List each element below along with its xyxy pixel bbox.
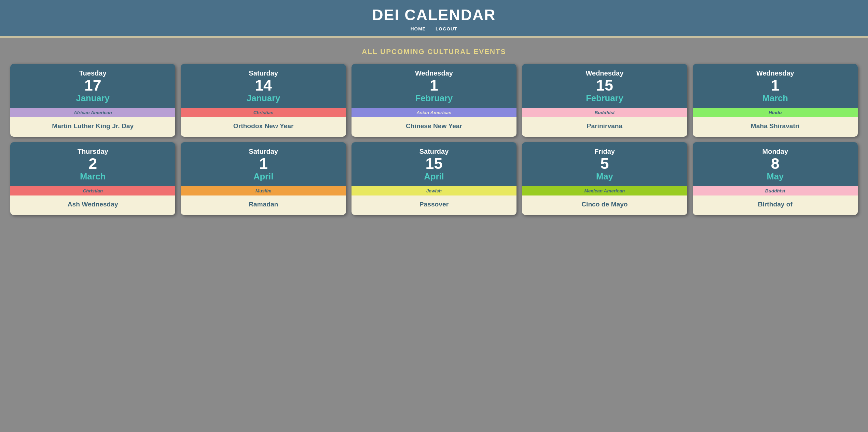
card-category: Hindu <box>693 108 858 117</box>
header-nav: HOME LOGOUT <box>0 26 868 32</box>
card-day-num: 1 <box>697 77 854 93</box>
card-top: Saturday 14 January <box>181 64 346 108</box>
card-day-num: 15 <box>356 156 512 172</box>
card-category: Mexican American <box>522 186 687 195</box>
card-top: Saturday 15 April <box>352 142 516 186</box>
card-month: May <box>526 172 683 181</box>
card-event-name: Passover <box>356 200 512 209</box>
card-category: Asian American <box>352 108 516 117</box>
event-card[interactable]: Friday 5 May Mexican American Cinco de M… <box>522 142 687 215</box>
card-top: Wednesday 1 March <box>693 64 858 108</box>
card-top: Tuesday 17 January <box>10 64 175 108</box>
card-bottom: Cinco de Mayo <box>522 195 687 215</box>
event-card[interactable]: Wednesday 1 March Hindu Maha Shiravatri <box>693 64 858 137</box>
card-day-name: Thursday <box>14 148 171 156</box>
card-day-name: Wednesday <box>526 69 683 77</box>
card-month: January <box>14 93 171 103</box>
card-day-num: 8 <box>697 156 854 172</box>
card-event-name: Orthodox New Year <box>185 122 342 131</box>
card-bottom: Chinese New Year <box>352 117 516 137</box>
card-day-num: 17 <box>14 77 171 93</box>
card-month: January <box>185 93 342 103</box>
card-event-name: Martin Luther King Jr. Day <box>14 122 171 131</box>
card-day-num: 1 <box>185 156 342 172</box>
card-day-name: Friday <box>526 148 683 156</box>
card-day-name: Tuesday <box>14 69 171 77</box>
card-month: February <box>356 93 512 103</box>
nav-home[interactable]: HOME <box>411 26 426 31</box>
event-card[interactable]: Tuesday 17 January African American Mart… <box>10 64 175 137</box>
card-event-name: Ramadan <box>185 200 342 209</box>
card-bottom: Martin Luther King Jr. Day <box>10 117 175 137</box>
card-event-name: Cinco de Mayo <box>526 200 683 209</box>
card-top: Wednesday 1 February <box>352 64 516 108</box>
event-card[interactable]: Wednesday 15 February Buddhist Parinirva… <box>522 64 687 137</box>
card-bottom: Ash Wednesday <box>10 195 175 215</box>
card-event-name: Maha Shiravatri <box>697 122 854 131</box>
nav-logout[interactable]: LOGOUT <box>436 26 457 31</box>
site-title: DEI CALENDAR <box>0 6 868 24</box>
card-top: Thursday 2 March <box>10 142 175 186</box>
card-day-name: Wednesday <box>356 69 512 77</box>
card-day-name: Saturday <box>185 148 342 156</box>
card-month: May <box>697 172 854 181</box>
card-month: February <box>526 93 683 103</box>
events-grid: Tuesday 17 January African American Mart… <box>10 64 858 215</box>
card-event-name: Chinese New Year <box>356 122 512 131</box>
card-day-num: 5 <box>526 156 683 172</box>
main-content: ALL UPCOMING CULTURAL EVENTS Tuesday 17 … <box>0 38 868 230</box>
card-event-name: Ash Wednesday <box>14 200 171 209</box>
card-month: April <box>356 172 512 181</box>
card-bottom: Ramadan <box>181 195 346 215</box>
card-bottom: Maha Shiravatri <box>693 117 858 137</box>
card-bottom: Birthday of <box>693 195 858 215</box>
card-category: Christian <box>10 186 175 195</box>
card-month: April <box>185 172 342 181</box>
card-month: March <box>697 93 854 103</box>
card-top: Monday 8 May <box>693 142 858 186</box>
card-day-name: Wednesday <box>697 69 854 77</box>
event-card[interactable]: Saturday 15 April Jewish Passover <box>352 142 516 215</box>
event-card[interactable]: Thursday 2 March Christian Ash Wednesday <box>10 142 175 215</box>
card-event-name: Birthday of <box>697 200 854 209</box>
card-category: Jewish <box>352 186 516 195</box>
event-card[interactable]: Monday 8 May Buddhist Birthday of <box>693 142 858 215</box>
card-event-name: Parinirvana <box>526 122 683 131</box>
card-month: March <box>14 172 171 181</box>
card-category: Buddhist <box>522 108 687 117</box>
card-top: Wednesday 15 February <box>522 64 687 108</box>
card-day-num: 2 <box>14 156 171 172</box>
card-day-name: Saturday <box>185 69 342 77</box>
site-header: DEI CALENDAR HOME LOGOUT <box>0 0 868 36</box>
card-day-name: Monday <box>697 148 854 156</box>
card-bottom: Orthodox New Year <box>181 117 346 137</box>
card-category: African American <box>10 108 175 117</box>
card-category: Muslim <box>181 186 346 195</box>
event-card[interactable]: Saturday 1 April Muslim Ramadan <box>181 142 346 215</box>
event-card[interactable]: Wednesday 1 February Asian American Chin… <box>352 64 516 137</box>
card-day-num: 15 <box>526 77 683 93</box>
section-title: ALL UPCOMING CULTURAL EVENTS <box>10 48 858 56</box>
card-top: Saturday 1 April <box>181 142 346 186</box>
card-top: Friday 5 May <box>522 142 687 186</box>
event-card[interactable]: Saturday 14 January Christian Orthodox N… <box>181 64 346 137</box>
card-bottom: Parinirvana <box>522 117 687 137</box>
card-day-name: Saturday <box>356 148 512 156</box>
card-category: Christian <box>181 108 346 117</box>
card-day-num: 14 <box>185 77 342 93</box>
card-category: Buddhist <box>693 186 858 195</box>
card-bottom: Passover <box>352 195 516 215</box>
card-day-num: 1 <box>356 77 512 93</box>
